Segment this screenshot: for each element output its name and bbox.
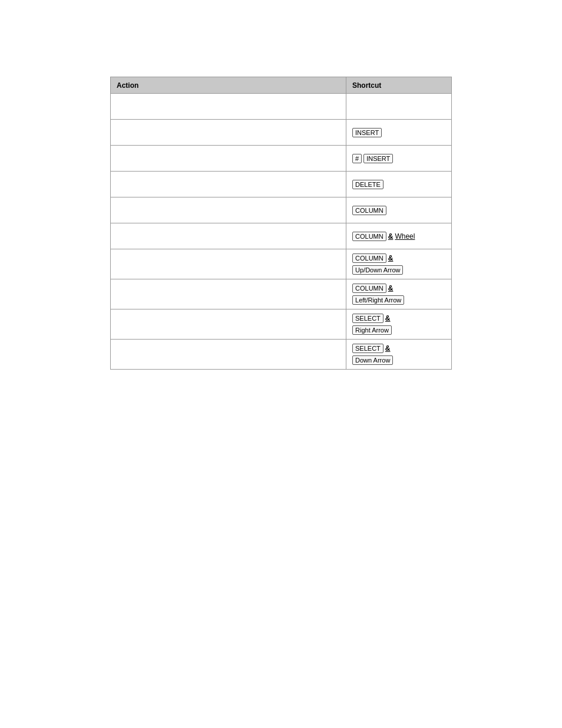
key-group: COLUMN & Wheel (352, 231, 445, 242)
ampersand: & (385, 314, 391, 322)
key-group: INSERT (352, 127, 445, 138)
key-select: SELECT (352, 314, 384, 323)
table-row: COLUMN & Left/Right Arrow (111, 279, 452, 309)
action-cell (111, 94, 346, 120)
table-row: INSERT (111, 120, 452, 146)
table-row: SELECT & Down Arrow (111, 340, 452, 370)
key-group: COLUMN & Left/Right Arrow (352, 283, 445, 305)
key-delete: DELETE (352, 180, 384, 189)
key-row-bottom: Right Arrow (352, 325, 445, 335)
shortcut-cell: COLUMN & Wheel (346, 223, 452, 249)
table-row: DELETE (111, 172, 452, 197)
action-cell (111, 146, 346, 172)
key-wheel: Wheel (395, 232, 415, 241)
shortcut-cell: # INSERT (346, 146, 452, 172)
action-cell (111, 197, 346, 223)
column-header-shortcut: Shortcut (346, 77, 452, 94)
key-group: SELECT & Right Arrow (352, 313, 445, 335)
key-column: COLUMN (352, 206, 386, 215)
table-row: COLUMN & Wheel (111, 223, 452, 249)
key-down-arrow: Down Arrow (352, 355, 393, 365)
table-row: COLUMN (111, 197, 452, 223)
shortcut-cell (346, 94, 452, 120)
column-header-action: Action (111, 77, 346, 94)
key-column: COLUMN (352, 232, 386, 241)
table-row: # INSERT (111, 146, 452, 172)
key-group: SELECT & Down Arrow (352, 343, 445, 365)
key-right-arrow: Right Arrow (352, 325, 392, 335)
key-insert: INSERT (363, 154, 393, 163)
key-hash: # (352, 154, 362, 163)
shortcut-cell: COLUMN (346, 197, 452, 223)
key-column: COLUMN (352, 284, 386, 293)
key-updown-arrow: Up/Down Arrow (352, 265, 403, 275)
ampersand: & (388, 232, 394, 241)
key-row-bottom: Left/Right Arrow (352, 295, 445, 305)
key-row-top: SELECT & (352, 343, 445, 354)
action-cell (111, 120, 346, 146)
key-column: COLUMN (352, 253, 386, 263)
shortcut-cell: INSERT (346, 120, 452, 146)
action-cell (111, 279, 346, 309)
key-insert: INSERT (352, 128, 382, 137)
shortcut-cell: DELETE (346, 172, 452, 197)
action-cell (111, 223, 346, 249)
action-cell (111, 172, 346, 197)
shortcut-cell: SELECT & Down Arrow (346, 340, 452, 370)
table-row: COLUMN & Up/Down Arrow (111, 249, 452, 279)
key-leftright-arrow: Left/Right Arrow (352, 295, 404, 305)
ampersand: & (385, 344, 391, 353)
table-row: SELECT & Right Arrow (111, 309, 452, 340)
key-row-top: SELECT & (352, 313, 445, 324)
table-header-row: Action Shortcut (111, 77, 452, 94)
main-table-wrapper: Action Shortcut INSERT (110, 77, 452, 370)
key-row-bottom: Up/Down Arrow (352, 265, 445, 275)
key-group: # INSERT (352, 153, 445, 164)
action-cell (111, 309, 346, 340)
key-group: COLUMN & Up/Down Arrow (352, 253, 445, 275)
ampersand: & (388, 254, 394, 262)
key-row-bottom: Down Arrow (352, 355, 445, 365)
table-row (111, 94, 452, 120)
key-group: COLUMN (352, 205, 445, 216)
action-cell (111, 249, 346, 279)
shortcut-cell: SELECT & Right Arrow (346, 309, 452, 340)
key-row-top: COLUMN & (352, 253, 445, 263)
action-cell (111, 340, 346, 370)
key-group: DELETE (352, 179, 445, 190)
shortcut-cell: COLUMN & Left/Right Arrow (346, 279, 452, 309)
key-row-top: COLUMN & (352, 283, 445, 294)
key-select: SELECT (352, 344, 384, 353)
ampersand: & (388, 284, 394, 292)
shortcuts-table: Action Shortcut INSERT (110, 77, 452, 370)
shortcut-cell: COLUMN & Up/Down Arrow (346, 249, 452, 279)
